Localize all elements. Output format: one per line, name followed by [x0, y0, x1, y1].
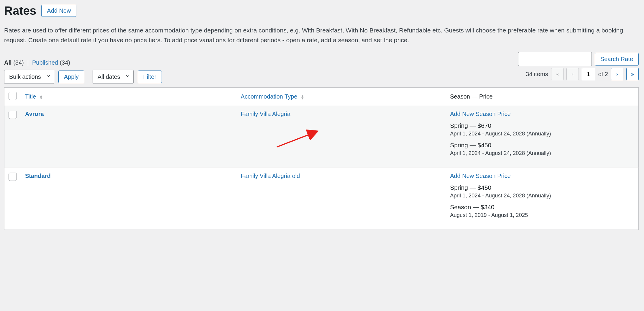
- season-price-block: Spring — $670 April 1, 2024 - August 24,…: [450, 122, 634, 137]
- rate-title-link[interactable]: Avrora: [25, 111, 44, 117]
- pagination-total: of 2: [598, 71, 608, 78]
- row-checkbox[interactable]: [9, 173, 17, 181]
- season-price-block: Season — $340 August 1, 2019 - August 1,…: [450, 204, 634, 218]
- filter-published-count: (34): [60, 59, 70, 66]
- chevron-down-icon: [46, 73, 51, 80]
- season-price-label: Spring — $670: [450, 122, 634, 129]
- season-price-label: Season — $340: [450, 204, 634, 211]
- season-price-dates: April 1, 2024 - August 24, 2028 (Annuall…: [450, 150, 634, 156]
- add-season-price-link[interactable]: Add New Season Price: [450, 173, 511, 179]
- add-season-price-link[interactable]: Add New Season Price: [450, 111, 511, 117]
- filter-all-label: All: [4, 59, 12, 66]
- season-price-dates: August 1, 2019 - August 1, 2025: [450, 212, 634, 218]
- pagination: 34 items « ‹ of 2 › »: [526, 68, 639, 80]
- apply-button[interactable]: Apply: [58, 71, 84, 83]
- select-all-checkbox[interactable]: [9, 92, 17, 100]
- divider: |: [25, 59, 30, 66]
- date-filter-label: All dates: [98, 73, 120, 80]
- filter-all-count: (34): [13, 59, 24, 66]
- column-title[interactable]: Title: [25, 93, 38, 100]
- season-price-label: Spring — $450: [450, 142, 634, 149]
- table-row: Avrora Family Villa Alegria Add New Seas…: [4, 106, 639, 168]
- accommodation-link[interactable]: Family Villa Alegria old: [241, 173, 300, 179]
- filter-published[interactable]: Published (34): [32, 59, 70, 66]
- date-filter-select[interactable]: All dates: [93, 70, 134, 84]
- search-input[interactable]: [518, 52, 592, 66]
- accommodation-link[interactable]: Family Villa Alegria: [241, 111, 290, 117]
- filter-button[interactable]: Filter: [138, 71, 162, 83]
- season-price-block: Spring — $450 April 1, 2024 - August 24,…: [450, 184, 634, 199]
- page-input[interactable]: [582, 68, 595, 80]
- first-page-button: «: [551, 68, 564, 80]
- table-row: Standard Family Villa Alegria old Add Ne…: [4, 168, 639, 230]
- rate-title-link[interactable]: Standard: [25, 173, 51, 179]
- sort-icon: ▲▼: [40, 95, 43, 99]
- add-new-button[interactable]: Add New: [41, 5, 76, 17]
- season-price-block: Spring — $450 April 1, 2024 - August 24,…: [450, 142, 634, 156]
- bulk-actions-label: Bulk actions: [9, 73, 41, 80]
- page-description: Rates are used to offer different prices…: [4, 26, 639, 45]
- search-button[interactable]: Search Rate: [595, 53, 639, 66]
- season-price-dates: April 1, 2024 - August 24, 2028 (Annuall…: [450, 130, 634, 137]
- filter-all[interactable]: All (34): [4, 59, 25, 66]
- page-title: Rates: [4, 4, 36, 17]
- bulk-actions-select[interactable]: Bulk actions: [4, 70, 54, 84]
- row-checkbox[interactable]: [9, 111, 17, 119]
- last-page-button[interactable]: »: [626, 68, 639, 80]
- column-title-label: Title: [25, 93, 36, 100]
- next-page-button[interactable]: ›: [611, 68, 623, 80]
- prev-page-button: ‹: [566, 68, 579, 80]
- status-filters: All (34) | Published (34): [4, 59, 70, 66]
- filter-published-label: Published: [32, 59, 58, 66]
- chevron-down-icon: [125, 73, 130, 80]
- season-price-label: Spring — $450: [450, 184, 634, 191]
- season-price-dates: April 1, 2024 - August 24, 2028 (Annuall…: [450, 192, 634, 199]
- column-season-price: Season — Price: [446, 88, 638, 106]
- pagination-count: 34 items: [526, 71, 548, 78]
- sort-icon: ▲▼: [301, 95, 304, 99]
- rates-table: Title ▲▼ Accommodation Type ▲▼ Season — …: [4, 87, 639, 230]
- column-accommodation-label: Accommodation Type: [241, 93, 297, 100]
- column-accommodation[interactable]: Accommodation Type: [241, 93, 299, 100]
